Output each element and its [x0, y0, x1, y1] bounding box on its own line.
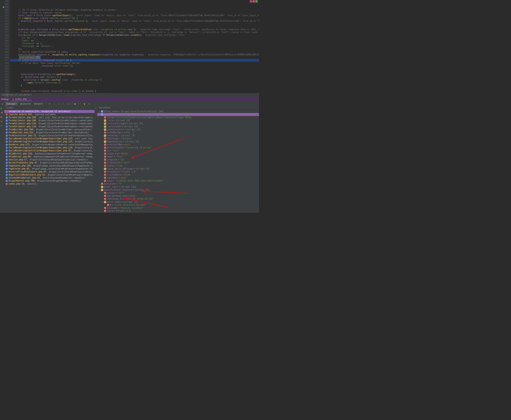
variable-row[interactable]: f hostname = "modules.localhost" — [97, 207, 259, 210]
evaluate-icon[interactable]: ▦ — [74, 102, 77, 105]
gutter-line[interactable]: 225 — [0, 53, 9, 56]
frame-row[interactable]: NegotiationMiddleware.php:52, Drupal\Cor… — [4, 173, 94, 176]
variable-row[interactable]: f apk_package_name = null — [97, 195, 259, 197]
force-step-into-icon[interactable]: ⇓ — [57, 102, 60, 105]
variable-row[interactable]: ≡ _entityStorages = {array} [0] — [97, 122, 259, 125]
variable-row[interactable]: f challenge = "default" — [97, 137, 259, 140]
warning-icon[interactable] — [253, 0, 255, 3]
frame-row[interactable]: FormValidator.php:280, call_user_func_ar… — [4, 116, 94, 119]
variable-row[interactable]: f entityTypeId = "recaptcha_v3_action" — [97, 146, 259, 149]
info-icon[interactable] — [255, 0, 258, 3]
gutter-line[interactable]: 213 — [0, 20, 9, 22]
frame-row[interactable]: Renderer.php:573, Drupal\Core\Render\Ren… — [4, 143, 94, 146]
variable-row[interactable]: f 0 = "score-threshold-not-met" — [97, 203, 259, 207]
variable-row[interactable]: f cacheMaxAge = {int} -1 — [97, 131, 259, 134]
frame-row[interactable]: FormBuilder.php:589, Drupal\Core\Form\Fo… — [4, 128, 94, 131]
gutter-line[interactable]: 223 — [0, 48, 9, 51]
gutter-line[interactable]: 224 — [0, 51, 9, 53]
gutter-line[interactable]: 217 — [0, 31, 9, 34]
variables-list[interactable]: ▸{} $form_state = {Drupal\Core\Form\Form… — [97, 110, 259, 213]
gutter-line[interactable]: 220 — [0, 39, 9, 42]
variable-row[interactable]: f score = {float} 0.9 — [97, 210, 259, 213]
variable-row[interactable]: f success = false — [97, 213, 259, 213]
frame-row[interactable]: FormValidator.php:118, Drupal\Core\Form\… — [4, 125, 94, 128]
frame-row[interactable]: recaptcha_v3.module:224, recaptcha_v3_va… — [4, 110, 94, 113]
layout-icon[interactable]: ▢ — [88, 102, 91, 105]
variable-row[interactable]: f $solution = "1" — [97, 182, 259, 185]
frame-row[interactable]: PageCache.php:85, Drupal\page_cache\Stac… — [4, 167, 94, 170]
frame-row[interactable]: FormController.php:73, Drupal\Core\Contr… — [4, 134, 94, 137]
variable-row[interactable]: f enforceIsNew = null — [97, 143, 259, 146]
close-icon[interactable]: × — [42, 103, 43, 105]
variable-row[interactable]: f threshold = {float} 1.0 — [97, 170, 259, 173]
variable-row[interactable]: f action = "test" — [97, 191, 259, 195]
gutter-line[interactable]: 221 — [0, 42, 9, 45]
variable-row[interactable]: f status = true — [97, 164, 259, 167]
gutter-line[interactable]: 218 — [0, 34, 9, 37]
resume-icon[interactable]: ▶ — [1, 107, 4, 110]
gutter-line[interactable]: 229 — [0, 64, 9, 67]
frame-row[interactable]: StackedHttpKernel.php:23, Stack\StackedH… — [4, 176, 94, 179]
step-into-icon[interactable]: ↓ — [53, 102, 56, 105]
gutter-line[interactable]: 208 — [0, 6, 9, 8]
gutter-line[interactable]: 216 — [0, 28, 9, 31]
run-to-cursor-icon[interactable]: ▸| — [67, 102, 70, 105]
gutter-line[interactable]: 238 — [0, 90, 9, 92]
gutter-line[interactable]: 234 — [0, 78, 9, 81]
gutter-line[interactable]: 210 — [0, 11, 9, 14]
gutter-line[interactable]: 207 — [0, 3, 9, 6]
breadcrumb[interactable]: recaptcha_v3_validate() — [0, 93, 259, 97]
inspection-icon[interactable] — [250, 0, 252, 3]
mute-breakpoints-icon[interactable]: ⊘ — [1, 124, 4, 127]
rerun-icon[interactable]: ↻ — [1, 102, 4, 105]
code-content[interactable]: // So if using reCaptcha as fallback cha… — [10, 0, 259, 93]
gutter-line[interactable]: 237 — [0, 87, 9, 90]
variable-row[interactable]: f id = "test" — [97, 149, 259, 152]
gutter-line[interactable]: 230 — [0, 67, 9, 70]
frame-row[interactable]: FormBuilder.php:321, Drupal\Core\Form\Fo… — [4, 131, 94, 134]
variable-row[interactable]: ▾≡ error-codes = {array} [1] — [97, 201, 259, 203]
variable-row[interactable]: ▸{} $form_state = {Drupal\Core\Form\Form… — [97, 110, 259, 113]
frames-list[interactable]: recaptcha_v3.module:224, recaptcha_v3_va… — [4, 110, 94, 213]
variable-row[interactable]: f uuid = "1c5d5d42-4c90-4903-ae8a-8d9cfe… — [97, 179, 259, 182]
frame-row[interactable]: EarlyRenderingControllerWrapperSubscribe… — [4, 137, 94, 140]
frame-row[interactable]: DrupalKernel.php:706, Drupal\Core\Drupal… — [4, 179, 94, 182]
step-over-icon[interactable]: ⤼ — [48, 102, 51, 105]
variable-row[interactable]: f originalId = "test" — [97, 161, 259, 164]
gutter-line[interactable]: 232 — [0, 73, 9, 76]
frame-row[interactable]: HttpKernel.php:80, Symfony\Component\Htt… — [4, 155, 94, 158]
variable-row[interactable]: f langcode = "en" — [97, 158, 259, 161]
variable-row[interactable]: f challenge_ts = "2021-05-19T08:28:33Z" — [97, 197, 259, 201]
frame-row[interactable]: Session.php:57, Drupal\Core\StackMiddlew… — [4, 158, 94, 161]
variable-row[interactable]: ▾{} $recaptcha_v3 = {Drupal\recaptcha_v3… — [97, 113, 259, 116]
pause-icon[interactable]: ⏸ — [1, 111, 4, 114]
gutter-line[interactable]: 209 — [0, 8, 9, 11]
frame-row[interactable]: index.php:19, {main}() — [4, 182, 94, 185]
gutter-line[interactable]: 214 — [0, 22, 9, 25]
gutter-line[interactable]: 231 — [0, 70, 9, 73]
gutter-line[interactable]: 211 — [0, 14, 9, 17]
variable-row[interactable]: ≡ cacheContexts = {array} [0] — [97, 128, 259, 131]
debugger-tab[interactable]: Debugger — [6, 102, 18, 105]
frame-row[interactable]: EarlyRenderingControllerWrapperSubscribe… — [4, 146, 94, 149]
gutter-line[interactable]: 215 — [0, 25, 9, 28]
close-icon[interactable]: × — [29, 98, 30, 100]
gutter-line[interactable]: 228 — [0, 62, 9, 64]
variable-row[interactable]: ≡ _serviceIds = {array} [0] — [97, 125, 259, 128]
frame-row[interactable]: EarlyRenderingControllerWrapperSubscribe… — [4, 149, 94, 152]
variable-row[interactable]: ≡ cacheTags = {array} [0] — [97, 134, 259, 137]
variable-row[interactable]: f label = "Test" — [97, 155, 259, 158]
variable-row[interactable]: ≡ _core = {array} [0] — [97, 119, 259, 122]
frame-row[interactable]: captcha.module:501, captcha_validate — [4, 113, 94, 116]
gutter-line[interactable]: 222 — [0, 45, 9, 48]
variable-row[interactable]: ▸≡ $user_input = {array} [10] — [97, 185, 259, 188]
frame-row[interactable]: FormValidator.php:280, Drupal\Core\Form\… — [4, 119, 94, 122]
console-tab[interactable]: ▤ Console — [19, 102, 31, 105]
frame-row[interactable]: HttpKernel.php:158, Symfony\Component\Ht… — [4, 152, 94, 155]
variable-row[interactable]: f typedData = null — [97, 176, 259, 179]
debug-tab-index[interactable]: ● index.php × — [11, 98, 32, 101]
gutter-line[interactable]: 235 — [0, 81, 9, 84]
settings-icon[interactable]: ◉ — [83, 102, 86, 105]
variable-row[interactable]: ▾≡ $verification_response = {array} [7] — [97, 188, 259, 191]
variable-row[interactable]: f trustedData = false — [97, 173, 259, 176]
